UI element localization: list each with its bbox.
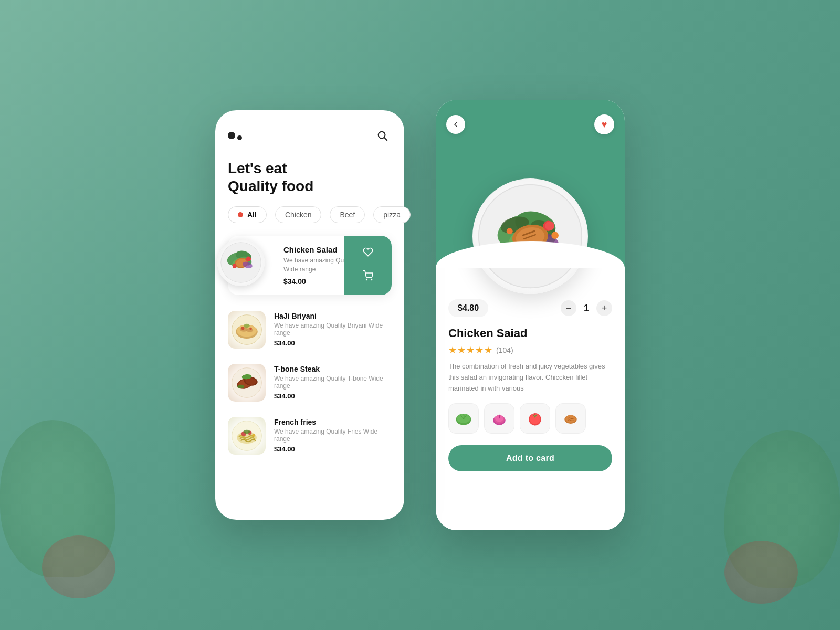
price-qty-row: $4.80 − 1 + <box>448 299 612 317</box>
detail-nav: ♥ <box>446 114 614 134</box>
filter-tab-chicken[interactable]: Chicken <box>275 206 322 223</box>
ingredient-chicken <box>555 403 586 434</box>
fries-price: $34.00 <box>274 445 392 453</box>
detail-body: $4.80 − 1 + Chicken Saiad ★★★★★ (104) Th… <box>436 268 625 530</box>
detail-price: $4.80 <box>448 299 488 317</box>
svg-point-59 <box>565 415 576 423</box>
steak-info: T-bone Steak We have amazing Quality T-b… <box>274 365 392 400</box>
search-button[interactable] <box>373 126 392 145</box>
phone-left: Let's eat Quality food All Chicken Beef … <box>215 110 404 520</box>
fries-info: French fries We have amazing Quality Fri… <box>274 418 392 453</box>
svg-point-28 <box>237 385 244 389</box>
add-to-cart-button[interactable]: Add to card <box>448 445 612 471</box>
cart-icon[interactable] <box>363 270 373 284</box>
bg-tomato-left <box>42 536 116 598</box>
phone-header <box>228 126 392 145</box>
featured-img-wrap <box>217 239 270 291</box>
bg-lettuce-right <box>724 430 840 588</box>
detail-curve <box>436 242 625 268</box>
svg-point-20 <box>249 328 252 330</box>
heart-icon: ♥ <box>602 119 607 130</box>
quantity-minus-button[interactable]: − <box>561 300 576 316</box>
fries-image <box>228 417 266 455</box>
steak-desc: We have amazing Quality T-bone Wide rang… <box>274 375 392 390</box>
svg-point-12 <box>366 279 368 280</box>
filter-tab-pizza[interactable]: pizza <box>373 206 411 223</box>
svg-point-49 <box>551 232 559 239</box>
fries-desc: We have amazing Quality Fries Wide range <box>274 428 392 443</box>
svg-point-46 <box>545 222 554 231</box>
steak-name: T-bone Steak <box>274 365 392 373</box>
favorite-button[interactable]: ♥ <box>594 114 614 134</box>
steak-price: $34.00 <box>274 392 392 400</box>
featured-food-image <box>217 239 265 286</box>
svg-point-10 <box>233 264 237 268</box>
list-item-steak[interactable]: T-bone Steak We have amazing Quality T-b… <box>228 356 392 410</box>
review-count: (104) <box>496 346 513 354</box>
svg-point-21 <box>244 323 249 328</box>
detail-header: ♥ <box>436 100 625 268</box>
bg-lettuce-left <box>0 420 116 578</box>
headline-line1: Let's eat <box>228 160 392 177</box>
briyani-name: HaJi Briyani <box>274 312 392 320</box>
quantity-value: 1 <box>584 303 589 314</box>
quantity-plus-button[interactable]: + <box>596 300 612 316</box>
headline: Let's eat Quality food <box>228 160 392 195</box>
svg-point-19 <box>242 327 245 330</box>
logo-dot-large <box>228 132 235 139</box>
detail-description: The combination of fresh and juicy veget… <box>448 361 612 394</box>
headline-line2: Quality food <box>228 177 392 195</box>
detail-food-name: Chicken Saiad <box>448 327 612 340</box>
filter-tab-beef[interactable]: Beef <box>330 206 365 223</box>
briyani-image <box>228 311 266 349</box>
quantity-control: − 1 + <box>561 300 612 316</box>
app-logo <box>228 131 242 140</box>
ingredient-lettuce <box>448 403 479 434</box>
ingredient-tomato <box>520 403 550 434</box>
phone-right: ♥ <box>436 100 625 530</box>
svg-point-33 <box>243 429 250 434</box>
back-button[interactable] <box>446 115 465 134</box>
logo-dot-small <box>237 135 242 140</box>
ingredients-row <box>448 403 612 434</box>
list-item-briyani[interactable]: HaJi Briyani We have amazing Quality Bri… <box>228 303 392 356</box>
filter-tab-all[interactable]: All <box>228 206 267 223</box>
filter-tabs: All Chicken Beef pizza <box>228 206 392 223</box>
featured-card: Chicken Salad We have amazing Quality Sa… <box>228 236 392 295</box>
fries-name: French fries <box>274 418 392 426</box>
list-item-fries[interactable]: French fries We have amazing Quality Fri… <box>228 410 392 462</box>
stars-row: ★★★★★ (104) <box>448 344 612 356</box>
ingredient-onion <box>484 403 514 434</box>
steak-image <box>228 364 266 402</box>
rating-stars: ★★★★★ <box>448 344 493 356</box>
briyani-price: $34.00 <box>274 339 392 347</box>
bg-tomato-right <box>724 541 798 604</box>
screens-container: Let's eat Quality food All Chicken Beef … <box>215 100 625 530</box>
briyani-desc: We have amazing Quality Briyani Wide ran… <box>274 322 392 337</box>
svg-point-34 <box>252 434 255 437</box>
svg-point-50 <box>507 228 513 234</box>
featured-card-actions <box>344 236 392 295</box>
svg-point-9 <box>246 257 251 262</box>
filter-active-dot <box>238 212 243 217</box>
wishlist-icon[interactable] <box>363 247 373 260</box>
svg-point-13 <box>371 279 372 280</box>
svg-line-1 <box>384 138 387 140</box>
briyani-info: HaJi Briyani We have amazing Quality Bri… <box>274 312 392 347</box>
detail-food-image <box>472 178 588 294</box>
